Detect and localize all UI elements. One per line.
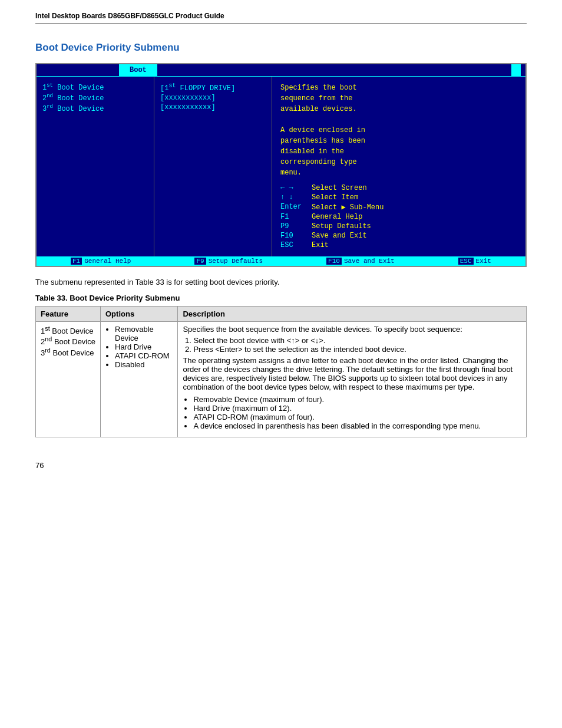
key-ud-desc: Select Item [312,193,358,202]
key-p9-desc: Setup Defaults [312,222,371,230]
key-row-p9: P9 Setup Defaults [280,222,517,230]
desc-paragraph: The operating system assigns a drive let… [183,356,521,391]
boot-device-1[interactable]: 1st Boot Device [42,83,148,92]
desc-step-2: Press <Enter> to set the selection as th… [193,345,521,354]
key-row-esc: ESC Exit [280,241,517,249]
bottom-key-f1: F1 [71,258,82,265]
key-esc-desc: Exit [312,241,329,249]
option-removable: Removable Device [115,325,173,342]
key-f1: F1 [280,213,307,221]
key-f10-desc: Save and Exit [312,232,367,240]
key-enter: Enter [280,203,307,212]
bios-bottom-bar: F1 General Help F9 Setup Defaults F10 Sa… [37,256,525,266]
bios-scrollbar-end [521,64,525,76]
bullet-removable: Removable Device (maximum of four). [193,395,521,404]
bottom-key-f10: F10 [326,258,342,265]
section-title: Boot Device Priority Submenu [35,42,527,54]
bottom-f9: F9 Setup Defaults [194,258,263,265]
bios-tab-boot[interactable]: Boot [119,64,157,76]
desc-intro: Specifies the boot sequence from the ava… [183,325,462,334]
table-header-row: Feature Options Description [36,307,527,322]
bios-tab-inactive-1 [37,64,119,76]
bullet-parenthesis: A device enclosed in parenthesis has bee… [193,421,521,430]
key-p9: P9 [280,222,307,230]
bottom-esc: ESC Exit [458,258,491,265]
boot-device-2[interactable]: 2nd Boot Device [42,93,148,103]
submenu-text: The submenu represented in Table 33 is f… [35,278,527,286]
table-caption: Table 33. Boot Device Priority Submenu [35,294,527,302]
boot-device-3[interactable]: 3rd Boot Device [42,104,148,113]
desc-steps: Select the boot device with <↑> or <↓>. … [183,336,521,354]
col-header-feature: Feature [36,307,101,322]
page-header: Intel Desktop Boards D865GBF/D865GLC Pro… [35,12,527,24]
col-header-options: Options [101,307,178,322]
table-row: 1st Boot Device 2nd Boot Device 3rd Boot… [36,322,527,437]
page-number: 76 [35,461,527,470]
description-cell: Specifies the boot sequence from the ava… [178,322,527,437]
bios-help-text: Specifies the boot sequence from the ava… [280,83,517,178]
bullet-atapi: ATAPI CD-ROM (maximum of four). [193,413,521,421]
boot-device-table: Feature Options Description 1st Boot Dev… [35,306,527,437]
bottom-f10: F10 Save and Exit [326,258,395,265]
bottom-label-f9: Setup Defaults [209,258,263,265]
key-lr-desc: Select Screen [312,184,367,192]
bios-body: 1st Boot Device 2nd Boot Device 3rd Boot… [37,77,525,256]
bottom-key-f9: F9 [194,258,206,265]
key-row-arrows-lr: ← → Select Screen [280,184,517,192]
key-f1-desc: General Help [312,213,362,221]
key-esc: ESC [280,241,307,249]
bottom-f1: F1 General Help [71,258,131,265]
bios-help-panel: Specifies the boot sequence from the ava… [272,77,525,256]
bottom-label-f1: General Help [84,258,131,265]
key-f10: F10 [280,232,307,240]
option-harddrive: Hard Drive [115,342,173,351]
feature-cell: 1st Boot Device 2nd Boot Device 3rd Boot… [36,322,101,437]
key-lr: ← → [280,184,307,192]
bottom-key-esc: ESC [458,258,474,265]
bios-left-panel: 1st Boot Device 2nd Boot Device 3rd Boot… [37,77,154,256]
option-disabled: Disabled [115,360,173,369]
bios-key-legend: ← → Select Screen ↑ ↓ Select Item Enter … [280,184,517,249]
desc-bullets: Removable Device (maximum of four). Hard… [183,395,521,430]
desc-step-1: Select the boot device with <↑> or <↓>. [193,336,521,345]
col-header-description: Description [178,307,527,322]
key-enter-desc: Select ▶ Sub-Menu [312,203,384,212]
boot-device-3-value: [xxxxxxxxxxx] [160,103,266,111]
options-list: Removable Device Hard Drive ATAPI CD-ROM… [105,325,173,369]
option-atapi: ATAPI CD-ROM [115,351,173,360]
key-row-f10: F10 Save and Exit [280,232,517,240]
boot-device-1-value: [1st FLOPPY DRIVE] [160,83,266,93]
bios-screen: Boot 1st Boot Device 2nd Boot Device 3rd… [35,63,527,267]
bottom-label-f10: Save and Exit [344,258,395,265]
boot-device-2-value: [xxxxxxxxxxx] [160,94,266,102]
bullet-harddrive: Hard Drive (maximum of 12). [193,404,521,413]
bios-center-panel: [1st FLOPPY DRIVE] [xxxxxxxxxxx] [xxxxxx… [154,77,272,256]
bios-tab-bar: Boot [37,64,525,77]
bios-scrollbar [511,64,521,76]
key-row-f1: F1 General Help [280,213,517,221]
key-ud: ↑ ↓ [280,193,307,202]
bottom-label-esc: Exit [476,258,491,265]
bios-tab-inactive-2 [157,64,511,76]
key-row-enter: Enter Select ▶ Sub-Menu [280,203,517,212]
options-cell: Removable Device Hard Drive ATAPI CD-ROM… [101,322,178,437]
key-row-arrows-ud: ↑ ↓ Select Item [280,193,517,202]
